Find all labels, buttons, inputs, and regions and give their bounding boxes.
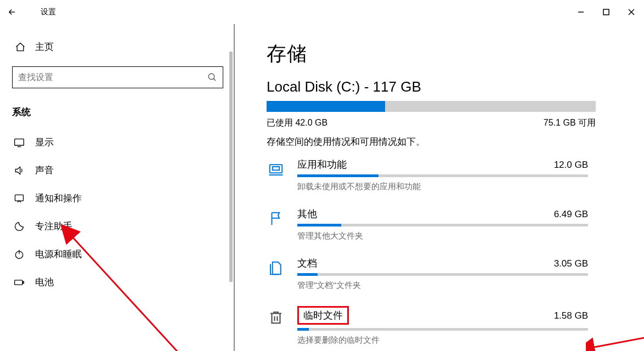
used-label: 已使用 42.0 GB bbox=[267, 117, 327, 129]
notifications-icon bbox=[13, 193, 25, 205]
page-title: 存储 bbox=[267, 41, 612, 67]
category-temp-files[interactable]: 临时文件 1.58 GB 选择要删除的临时文件 bbox=[267, 306, 612, 346]
category-documents[interactable]: 文档 3.05 GB 管理"文档"文件夹 bbox=[267, 257, 612, 291]
documents-icon bbox=[267, 259, 285, 278]
category-size: 3.05 GB bbox=[554, 258, 588, 269]
search-icon bbox=[207, 72, 217, 82]
close-icon bbox=[628, 9, 635, 15]
svg-rect-8 bbox=[15, 195, 24, 201]
category-other[interactable]: 其他 6.49 GB 管理其他大文件夹 bbox=[267, 207, 612, 241]
sidebar-item-focus[interactable]: 专注助手 bbox=[0, 212, 234, 240]
search-box[interactable] bbox=[12, 66, 223, 88]
category-fill bbox=[297, 174, 379, 177]
category-bar bbox=[297, 328, 588, 331]
sound-icon bbox=[13, 165, 25, 177]
category-fill bbox=[297, 273, 318, 276]
search-input[interactable] bbox=[18, 72, 207, 82]
display-icon bbox=[13, 137, 25, 149]
category-bar bbox=[297, 174, 588, 177]
svg-rect-6 bbox=[15, 139, 24, 145]
back-button[interactable] bbox=[0, 0, 24, 24]
sidebar-item-label: 专注助手 bbox=[35, 220, 72, 233]
svg-rect-15 bbox=[273, 167, 280, 170]
category-apps[interactable]: 应用和功能 12.0 GB 卸载未使用或不想要的应用和功能 bbox=[267, 158, 612, 192]
category-highlight: 临时文件 bbox=[297, 306, 349, 325]
minimize-icon bbox=[578, 9, 584, 15]
category-fill bbox=[297, 328, 309, 331]
sidebar-home-label: 主页 bbox=[35, 41, 54, 53]
storage-description: 存储空间的使用情况和可用情况如下。 bbox=[267, 135, 612, 148]
category-name: 应用和功能 bbox=[297, 158, 347, 171]
category-subtitle: 管理"文档"文件夹 bbox=[297, 280, 612, 291]
category-bar bbox=[297, 224, 588, 227]
sidebar-home[interactable]: 主页 bbox=[0, 35, 234, 59]
close-button[interactable] bbox=[619, 0, 644, 24]
svg-rect-11 bbox=[15, 280, 22, 284]
category-name: 文档 bbox=[297, 257, 317, 270]
sidebar-item-power[interactable]: 电源和睡眠 bbox=[0, 240, 234, 268]
svg-line-5 bbox=[213, 78, 216, 81]
category-name: 临时文件 bbox=[303, 310, 343, 321]
category-subtitle: 选择要删除的临时文件 bbox=[297, 335, 612, 346]
home-icon bbox=[14, 41, 26, 53]
sidebar-item-notifications[interactable]: 通知和操作 bbox=[0, 184, 234, 212]
back-arrow-icon bbox=[7, 7, 17, 17]
trash-icon bbox=[267, 308, 285, 327]
overall-usage-fill bbox=[267, 101, 385, 112]
sidebar-scrollbar[interactable] bbox=[229, 52, 233, 282]
main-pane: 存储 Local Disk (C:) - 117 GB 已使用 42.0 GB … bbox=[235, 24, 644, 351]
category-bar bbox=[297, 273, 588, 276]
sidebar-item-sound[interactable]: 声音 bbox=[0, 156, 234, 184]
category-subtitle: 卸载未使用或不想要的应用和功能 bbox=[297, 182, 612, 192]
sidebar-item-label: 电池 bbox=[35, 276, 54, 288]
sidebar-item-battery[interactable]: 电池 bbox=[0, 268, 234, 296]
sidebar-item-label: 声音 bbox=[35, 164, 54, 177]
category-name: 其他 bbox=[297, 207, 317, 220]
disk-title: Local Disk (C:) - 117 GB bbox=[267, 78, 612, 95]
window-controls bbox=[568, 0, 644, 24]
sidebar-item-label: 电源和睡眠 bbox=[35, 248, 82, 261]
maximize-button[interactable] bbox=[594, 0, 619, 24]
svg-rect-1 bbox=[603, 9, 609, 15]
svg-rect-12 bbox=[23, 281, 24, 283]
category-fill bbox=[297, 224, 341, 227]
focus-icon bbox=[13, 220, 25, 233]
sidebar: 主页 系统 显示 声音 通知和操作 bbox=[0, 24, 235, 351]
sidebar-section-label: 系统 bbox=[0, 96, 234, 128]
maximize-icon bbox=[603, 9, 609, 15]
sidebar-item-label: 通知和操作 bbox=[35, 192, 82, 205]
app-title: 设置 bbox=[24, 7, 56, 17]
minimize-button[interactable] bbox=[568, 0, 594, 24]
svg-point-4 bbox=[208, 73, 214, 80]
other-icon bbox=[267, 210, 285, 228]
category-size: 12.0 GB bbox=[554, 160, 588, 171]
power-icon bbox=[13, 248, 25, 261]
apps-icon bbox=[267, 160, 285, 179]
titlebar: 设置 bbox=[0, 0, 644, 24]
category-size: 6.49 GB bbox=[554, 209, 588, 220]
category-size: 1.58 GB bbox=[554, 310, 588, 321]
sidebar-item-display[interactable]: 显示 bbox=[0, 128, 234, 156]
sidebar-item-label: 显示 bbox=[35, 136, 54, 149]
battery-icon bbox=[13, 276, 25, 288]
free-label: 75.1 GB 可用 bbox=[544, 117, 596, 129]
svg-rect-14 bbox=[270, 165, 283, 173]
overall-usage-bar bbox=[267, 101, 596, 112]
category-subtitle: 管理其他大文件夹 bbox=[297, 231, 612, 241]
